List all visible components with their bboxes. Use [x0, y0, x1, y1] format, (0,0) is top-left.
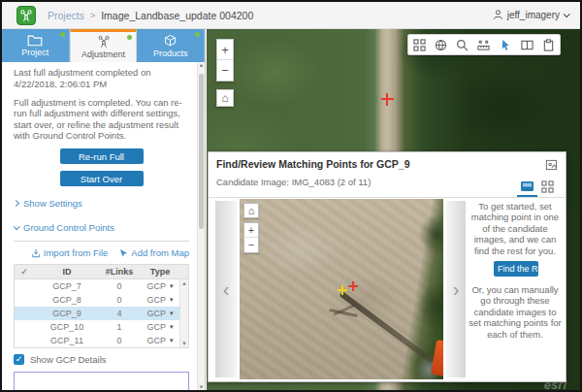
matching-panel: Find/Review Matching Points for GCP_9 Ca…	[208, 151, 566, 382]
table-scrollbar[interactable]: ▲ ▼	[179, 279, 188, 347]
image-zoom-out-button[interactable]: −	[244, 238, 258, 252]
dropdown-arrow-icon: ▾	[170, 296, 174, 304]
gcp-type-dropdown[interactable]: GCP ▾	[139, 322, 181, 332]
grid-view-toggle[interactable]	[537, 178, 558, 195]
panel-scrollbar[interactable]: ▲ ▼	[197, 62, 205, 390]
manual-instructions: Or, you can manually go through these ca…	[468, 284, 563, 340]
gcp-section-toggle[interactable]: Ground Control Points	[14, 222, 189, 233]
gcp-table-header: ✓ ID #Links Type	[15, 265, 188, 279]
find-the-rest-button[interactable]: Find the Rest	[494, 261, 538, 277]
previous-image-button[interactable]: ‹	[215, 201, 237, 377]
chevron-down-icon	[14, 223, 20, 230]
map-toolbar	[407, 34, 561, 55]
app-window: Projects > Image_Landbase_update 004200 …	[0, 0, 582, 392]
tab-label: Adjustment	[81, 49, 125, 59]
tab-label: Products	[153, 49, 188, 58]
col-header-type[interactable]: Type	[139, 267, 181, 277]
dropdown-arrow-icon: ▾	[170, 282, 174, 290]
gcp-links-cell: 4	[100, 309, 139, 318]
candidate-image[interactable]: ⌂ + −	[240, 199, 443, 379]
carousel-view-toggle[interactable]	[517, 178, 537, 195]
table-row[interactable]: GCP_110GCP ▾	[15, 334, 188, 347]
folder-icon	[27, 34, 43, 47]
col-header-links[interactable]: #Links	[100, 267, 139, 277]
show-gcp-details-label: Show GCP Details	[30, 354, 107, 365]
image-zoom-in-button[interactable]: +	[244, 223, 258, 238]
intro-instructions: To get started, set matching point in on…	[468, 201, 563, 256]
open-image-viewer-icon[interactable]	[545, 159, 559, 172]
gcp-links-cell: 0	[100, 295, 139, 305]
view-toggles	[517, 178, 558, 195]
start-over-button[interactable]: Start Over	[60, 171, 144, 186]
gcp-type-dropdown[interactable]: GCP ▾	[139, 336, 181, 345]
user-icon	[493, 9, 503, 20]
scrollbar-thumb[interactable]	[199, 74, 204, 229]
add-from-map-link[interactable]: Add from Map	[119, 247, 189, 258]
scroll-up-icon[interactable]: ▲	[199, 62, 205, 68]
table-row[interactable]: GCP_94GCP ▾	[15, 307, 188, 320]
zoom-in-button[interactable]: +	[217, 40, 233, 60]
map-zoom-control: + −	[216, 39, 234, 82]
gcp-table: ✓ ID #Links Type GCP_70GCP ▾GCP_80GCP ▾G…	[14, 264, 189, 348]
divider	[209, 197, 566, 198]
dropdown-arrow-icon: ▾	[170, 323, 174, 331]
table-row[interactable]: GCP_80GCP ▾	[15, 293, 188, 307]
check-icon: ✓	[15, 267, 34, 277]
map-canvas[interactable]: + − ⌂	[207, 29, 580, 390]
show-settings-link[interactable]: Show Settings	[14, 198, 189, 209]
matching-panel-title: Find/Review Matching Points for GCP_9	[216, 158, 410, 170]
tab-products[interactable]: Products	[137, 29, 205, 62]
clipboard-icon[interactable]	[538, 35, 560, 54]
zoom-out-button[interactable]: −	[217, 60, 233, 81]
search-icon[interactable]	[452, 35, 473, 54]
breadcrumb: Projects > Image_Landbase_update 004200	[48, 10, 253, 21]
gcp-id-cell: GCP_11	[34, 336, 100, 345]
image-home-button[interactable]: ⌂	[243, 203, 259, 218]
chevron-right-icon	[13, 200, 19, 207]
tab-adjustment[interactable]: Adjustment	[70, 29, 138, 62]
gcp-id-cell: GCP_8	[34, 295, 100, 305]
app-logo-icon	[16, 6, 36, 25]
table-row[interactable]: GCP_101GCP ▾	[15, 320, 188, 334]
map-cursor-icon	[119, 248, 128, 258]
user-name: jeff_imagery	[507, 10, 560, 20]
status-dot-icon	[195, 32, 200, 37]
rerun-full-button[interactable]: Re-run Full	[60, 148, 144, 164]
dropdown-arrow-icon: ▾	[170, 337, 174, 344]
gcp-links-cell: 1	[100, 322, 139, 332]
col-header-id[interactable]: ID	[34, 267, 100, 277]
dropdown-arrow-icon: ▾	[170, 310, 174, 317]
gcp-actions: Import from File Add from Map	[14, 247, 189, 258]
split-view-icon[interactable]	[516, 35, 537, 54]
scroll-down-icon[interactable]: ▼	[180, 340, 188, 347]
grid-view-icon[interactable]	[408, 35, 430, 54]
gcp-type-dropdown[interactable]: GCP ▾	[139, 295, 181, 305]
cube-icon	[163, 34, 178, 48]
user-menu[interactable]: jeff_imagery	[493, 9, 568, 20]
gcp-id-cell: GCP_9	[34, 309, 100, 318]
measure-icon[interactable]	[473, 35, 495, 54]
next-image-button[interactable]: ›	[446, 201, 466, 377]
breadcrumb-projects-link[interactable]: Projects	[48, 10, 84, 21]
scroll-down-icon[interactable]: ▼	[198, 384, 205, 390]
home-extent-button[interactable]: ⌂	[216, 89, 234, 107]
scroll-up-icon[interactable]: ▲	[181, 280, 187, 286]
show-gcp-details-checkbox[interactable]: ✓	[14, 354, 24, 365]
divider	[14, 241, 189, 242]
table-row[interactable]: GCP_70GCP ▾	[15, 279, 188, 293]
select-features-icon[interactable]	[495, 35, 516, 54]
basemap-icon[interactable]	[430, 35, 451, 54]
candidate-image-label: Candidate Image: IMG_4083 (2 of 11)	[216, 177, 371, 187]
import-icon	[31, 248, 41, 258]
tab-label: Project	[21, 48, 48, 57]
import-from-file-link[interactable]: Import from File	[31, 247, 109, 258]
gcp-table-body: GCP_70GCP ▾GCP_80GCP ▾GCP_94GCP ▾GCP_101…	[15, 279, 188, 347]
image-zoom-control: + −	[243, 222, 259, 253]
instructions-column: To get started, set matching point in on…	[468, 201, 563, 340]
breadcrumb-separator: >	[90, 11, 95, 20]
last-adjustment-status: Last full adjustment completed on 4/22/2…	[14, 67, 189, 90]
tab-project[interactable]: Project	[2, 29, 70, 62]
gcp-type-dropdown[interactable]: GCP ▾	[139, 309, 181, 318]
status-dot-icon	[60, 32, 65, 37]
gcp-type-dropdown[interactable]: GCP ▾	[139, 281, 181, 291]
